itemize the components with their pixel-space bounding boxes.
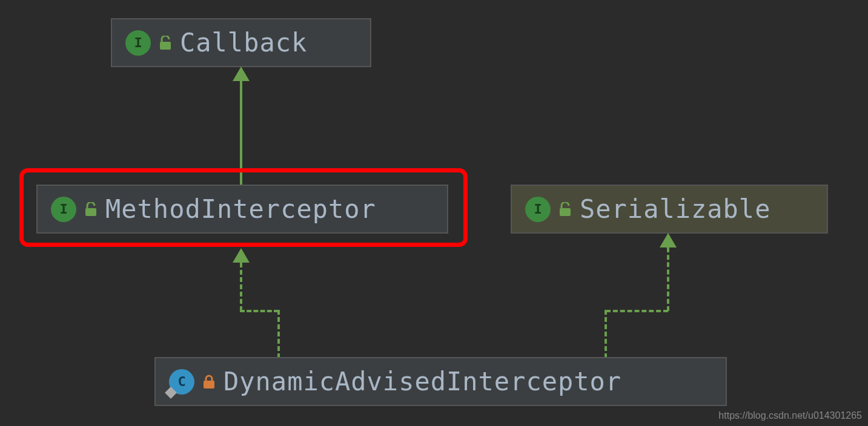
class-name-label: Serializable (580, 194, 770, 224)
arrow-head (233, 248, 250, 263)
dashed-line (667, 247, 669, 311)
dashed-line (606, 310, 668, 312)
node-method-interceptor[interactable]: I MethodInterceptor (36, 185, 448, 234)
lock-icon (203, 375, 215, 389)
svg-rect-0 (160, 42, 171, 50)
interface-icon: I (525, 197, 551, 222)
unlock-icon (85, 202, 97, 217)
watermark-text: https://blog.csdn.net/u014301265 (718, 410, 862, 421)
arrow-head (660, 233, 677, 247)
svg-rect-1 (85, 208, 96, 216)
node-serializable[interactable]: I Serializable (511, 185, 828, 234)
dashed-line (605, 310, 607, 358)
class-name-label: Callback (180, 28, 307, 57)
dashed-line (240, 263, 242, 311)
arrow-line (240, 80, 242, 188)
class-name-label: DynamicAdvisedInterceptor (224, 367, 621, 396)
dashed-line (240, 310, 279, 312)
interface-icon: I (51, 197, 76, 222)
svg-rect-2 (560, 208, 571, 216)
node-dynamic-advised-interceptor[interactable]: C DynamicAdvisedInterceptor (154, 357, 727, 406)
node-callback[interactable]: I Callback (111, 18, 371, 67)
svg-rect-3 (204, 381, 214, 388)
interface-icon: I (125, 30, 151, 56)
final-marker-icon (165, 387, 177, 399)
dashed-line (277, 310, 280, 358)
arrow-head (233, 67, 250, 81)
class-name-label: MethodInterceptor (105, 194, 376, 224)
unlock-icon (559, 202, 571, 217)
class-icon: C (169, 369, 194, 395)
unlock-icon (159, 36, 171, 50)
